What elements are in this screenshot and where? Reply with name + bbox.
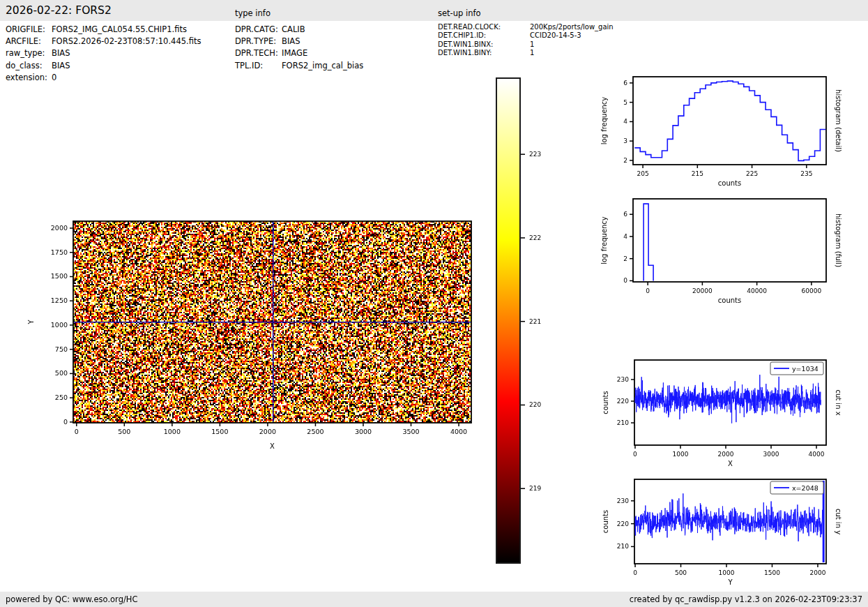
svg-text:220: 220 <box>617 398 629 405</box>
svg-text:0: 0 <box>75 428 79 435</box>
cut-x-plot: 01000200030004000210220230Xcountscut in … <box>602 360 842 467</box>
svg-text:6: 6 <box>623 211 627 218</box>
svg-text:235: 235 <box>800 170 812 177</box>
svg-text:230: 230 <box>617 376 629 383</box>
hist-detail-plot: 20521522523523456countslog frequencyhist… <box>600 77 842 187</box>
info-label: ARCFILE: <box>6 36 52 47</box>
svg-text:counts: counts <box>602 510 609 533</box>
svg-text:2: 2 <box>623 255 627 262</box>
svg-text:4000: 4000 <box>809 451 825 458</box>
svg-text:219: 219 <box>529 485 541 492</box>
svg-text:counts: counts <box>602 391 609 414</box>
svg-text:500: 500 <box>55 369 68 377</box>
svg-text:221: 221 <box>529 318 541 325</box>
svg-text:210: 210 <box>617 419 629 426</box>
svg-text:1500: 1500 <box>51 272 68 280</box>
info-label: extension: <box>6 72 52 84</box>
extension-row: extension:0 <box>6 72 201 84</box>
svg-text:3000: 3000 <box>763 451 779 458</box>
svg-text:4000: 4000 <box>450 428 467 435</box>
info-value: 200Kps/2ports/low_gain <box>530 23 614 31</box>
info-label: DET.READ.CLOCK: <box>438 23 530 31</box>
svg-text:2000: 2000 <box>259 428 276 435</box>
svg-text:230: 230 <box>617 497 629 504</box>
svg-text:6: 6 <box>623 80 627 87</box>
info-value: FORS2_img_cal_bias <box>282 60 363 72</box>
svg-text:0: 0 <box>633 569 637 576</box>
file-info-block: ORIGFILE:FORS2_IMG_CAL054.55.CHIP1.fits … <box>6 24 201 84</box>
footer-bar: powered by QC: www.eso.org/HC created by… <box>0 592 868 607</box>
type-info-heading: type info <box>235 8 271 18</box>
info-value: 0 <box>52 72 56 84</box>
svg-text:250: 250 <box>55 394 68 401</box>
svg-text:3000: 3000 <box>355 428 372 435</box>
svg-text:y=1034: y=1034 <box>792 365 818 373</box>
info-label: TPL.ID: <box>235 60 282 72</box>
svg-text:counts: counts <box>718 179 741 187</box>
info-label: DET.WIN1.BINX: <box>438 40 530 49</box>
info-label: DET.WIN1.BINY: <box>438 49 530 57</box>
svg-text:220: 220 <box>529 401 541 408</box>
info-value: CCID20-14-5-3 <box>530 31 581 40</box>
dpr-tech-row: DPR.TECH:IMAGE <box>235 47 363 59</box>
info-label: DPR.CATG: <box>235 24 282 36</box>
svg-text:222: 222 <box>529 234 541 241</box>
chip-id-row: DET.CHIP1.ID:CCID20-14-5-3 <box>438 31 614 40</box>
info-value: 1 <box>530 49 534 57</box>
svg-text:4: 4 <box>623 233 627 240</box>
svg-text:20000: 20000 <box>692 287 713 294</box>
svg-text:220: 220 <box>617 520 629 527</box>
svg-text:500: 500 <box>675 569 687 576</box>
svg-text:2500: 2500 <box>307 428 323 435</box>
svg-text:histogram (full): histogram (full) <box>835 213 842 267</box>
colorbar-ticks: 223222221220219 <box>521 151 541 492</box>
do-class-row: do_class:BIAS <box>6 60 201 72</box>
setup-info-heading: set-up info <box>438 8 481 18</box>
svg-text:60000: 60000 <box>802 287 822 294</box>
dpr-catg-row: DPR.CATG:CALIB <box>235 24 363 36</box>
page-title: 2026-02-22: FORS2 <box>6 4 112 17</box>
svg-text:225: 225 <box>746 170 758 177</box>
svg-text:X: X <box>728 460 733 467</box>
cut-y-plot: 0500100015002000210220230Ycountscut in y… <box>602 479 842 586</box>
svg-text:1000: 1000 <box>719 569 735 576</box>
svg-text:Y: Y <box>727 578 733 586</box>
svg-text:3: 3 <box>623 137 627 144</box>
info-value: FORS2.2026-02-23T08:57:10.445.fits <box>52 36 201 47</box>
svg-text:counts: counts <box>718 297 741 304</box>
svg-text:X: X <box>270 442 275 450</box>
svg-text:cut in y: cut in y <box>835 509 842 534</box>
svg-text:x=2048: x=2048 <box>792 484 818 492</box>
svg-text:histogram (detail): histogram (detail) <box>835 89 842 152</box>
bias-image-canvas <box>73 221 471 423</box>
svg-text:cut in x: cut in x <box>835 389 842 415</box>
info-value: BIAS <box>52 60 70 72</box>
svg-text:1250: 1250 <box>51 297 68 304</box>
info-value: CALIB <box>282 24 305 36</box>
svg-text:210: 210 <box>617 543 629 550</box>
read-clock-row: DET.READ.CLOCK:200Kps/2ports/low_gain <box>438 23 614 31</box>
info-label: DPR.TECH: <box>235 47 282 59</box>
type-info-block: DPR.CATG:CALIB DPR.TYPE:BIAS DPR.TECH:IM… <box>235 24 363 72</box>
svg-text:0: 0 <box>646 287 650 294</box>
binx-row: DET.WIN1.BINX:1 <box>438 40 614 49</box>
info-value: IMAGE <box>282 47 307 59</box>
svg-text:0: 0 <box>623 277 627 284</box>
svg-text:215: 215 <box>692 170 703 177</box>
dpr-type-row: DPR.TYPE:BIAS <box>235 36 363 47</box>
header-bar: 2026-02-22: FORS2 type info set-up info <box>0 0 868 21</box>
info-value: FORS2_IMG_CAL054.55.CHIP1.fits <box>52 24 187 36</box>
svg-text:205: 205 <box>637 170 648 177</box>
svg-text:1000: 1000 <box>673 451 689 458</box>
hist-full-plot: 02000040000600000246countslog frequencyh… <box>600 199 842 304</box>
origfile-row: ORIGFILE:FORS2_IMG_CAL054.55.CHIP1.fits <box>6 24 201 36</box>
svg-text:2000: 2000 <box>718 451 734 458</box>
svg-text:1000: 1000 <box>164 428 181 435</box>
info-value: 1 <box>530 40 534 49</box>
svg-text:500: 500 <box>118 428 130 435</box>
svg-text:0: 0 <box>633 451 637 458</box>
svg-text:4: 4 <box>623 118 627 125</box>
svg-text:3500: 3500 <box>402 428 419 435</box>
raw-type-row: raw_type:BIAS <box>6 47 201 59</box>
arcfile-row: ARCFILE:FORS2.2026-02-23T08:57:10.445.fi… <box>6 36 201 47</box>
